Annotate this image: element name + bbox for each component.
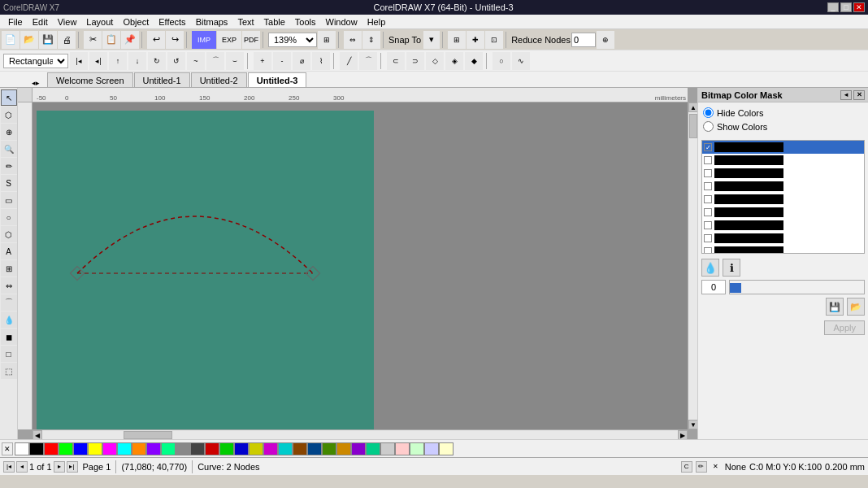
color-check-6[interactable]: [704, 208, 712, 216]
palette-navy[interactable]: [307, 442, 322, 455]
export-button[interactable]: EXP: [217, 31, 241, 49]
palette-blue[interactable]: [73, 442, 88, 455]
palette-indigo[interactable]: [351, 442, 366, 455]
next-page-button[interactable]: ▸: [54, 461, 65, 473]
color-check-7[interactable]: [704, 221, 712, 229]
mirror-h-button[interactable]: ⇔: [344, 31, 362, 49]
apply-button[interactable]: Apply: [824, 320, 865, 335]
select-tool[interactable]: ↖: [1, 89, 17, 106]
tab-untitled1[interactable]: Untitled-1: [134, 72, 190, 87]
palette-white[interactable]: [15, 442, 29, 455]
color-row-3[interactable]: [702, 167, 864, 180]
tb2-btn2[interactable]: ◂|: [89, 52, 107, 70]
color-check-8[interactable]: [704, 234, 712, 242]
maximize-button[interactable]: □: [840, 2, 852, 12]
ellipse-tool[interactable]: ○: [1, 209, 17, 225]
tolerance-slider-track[interactable]: [729, 280, 865, 294]
symm-btn[interactable]: ◆: [465, 52, 483, 70]
palette-cyan[interactable]: [117, 442, 132, 455]
redo-button[interactable]: ↪: [166, 31, 184, 49]
import-button[interactable]: IMP: [192, 31, 216, 49]
color-check-3[interactable]: [704, 169, 712, 177]
shape-type-dropdown[interactable]: Rectangular Rounded: [3, 54, 68, 68]
publish-button[interactable]: PDF: [242, 31, 260, 49]
color-check-9[interactable]: [704, 247, 712, 254]
mirror-v-button[interactable]: ⇕: [362, 31, 380, 49]
elastic-btn[interactable]: ∿: [512, 52, 530, 70]
text-tool[interactable]: A: [1, 243, 17, 259]
new-button[interactable]: 📄: [2, 31, 20, 49]
cusp-btn[interactable]: ◇: [426, 52, 444, 70]
grid-button[interactable]: ⊞: [448, 31, 466, 49]
save-button[interactable]: 💾: [39, 31, 57, 49]
palette-yellow[interactable]: [88, 442, 102, 455]
menu-bitmaps[interactable]: Bitmaps: [191, 16, 233, 28]
palette-magenta[interactable]: [102, 442, 117, 455]
canvas-area[interactable]: -50 0 50 100 150 200 250 300 millimeters…: [18, 88, 697, 439]
shape-tool[interactable]: ⬡: [1, 107, 17, 123]
to-curve-btn[interactable]: ⌒: [359, 52, 377, 70]
canvas-content[interactable]: [33, 102, 688, 429]
scroll-left-button[interactable]: ◀: [33, 430, 42, 439]
color-row-9[interactable]: [702, 245, 864, 254]
palette-lime[interactable]: [59, 442, 73, 455]
tab-untitled2[interactable]: Untitled-2: [191, 72, 247, 87]
palette-purple2[interactable]: [263, 442, 278, 455]
polygon-tool[interactable]: ⬡: [1, 226, 17, 242]
tolerance-input[interactable]: [701, 280, 726, 294]
color-row-7[interactable]: [702, 219, 864, 232]
palette-light-green[interactable]: [410, 442, 424, 455]
color-check-1[interactable]: ✓: [704, 143, 712, 151]
menu-tools[interactable]: Tools: [290, 16, 321, 28]
tb2-btn5[interactable]: ↻: [148, 52, 166, 70]
palette-gray[interactable]: [176, 442, 190, 455]
zoom-dropdown[interactable]: 139% 100% 50%: [268, 33, 317, 47]
cut-button[interactable]: ✂: [84, 31, 102, 49]
tb2-btn3[interactable]: ↑: [109, 52, 127, 70]
break-btn[interactable]: ⌇: [312, 52, 330, 70]
tb2-btn6[interactable]: ↺: [167, 52, 185, 70]
tab-untitled3[interactable]: Untitled-3: [248, 72, 307, 87]
scroll-up-button[interactable]: ▲: [688, 102, 697, 112]
color-check-4[interactable]: [704, 182, 712, 190]
nodes-input[interactable]: [571, 33, 596, 47]
tab-welcome[interactable]: Welcome Screen: [47, 72, 133, 87]
add-node-btn[interactable]: +: [254, 52, 271, 70]
apply-nodes-button[interactable]: ⊕: [597, 31, 614, 49]
join-btn[interactable]: ⌀: [293, 52, 310, 70]
show-colors-radio[interactable]: [703, 121, 714, 132]
connector-tool[interactable]: ⌒: [1, 294, 17, 311]
palette-red[interactable]: [44, 442, 59, 455]
palette-brown[interactable]: [293, 442, 307, 455]
color-check-5[interactable]: [704, 195, 712, 203]
table-tool[interactable]: ⊞: [1, 260, 17, 277]
guidelines-button[interactable]: ✚: [467, 31, 484, 49]
color-row-2[interactable]: [702, 154, 864, 167]
sym-btn2[interactable]: ⊃: [406, 52, 424, 70]
print-button[interactable]: 🖨: [58, 31, 76, 49]
smartdraw-tool[interactable]: S: [1, 175, 17, 191]
last-page-button[interactable]: ▸|: [67, 461, 78, 473]
rect-tool[interactable]: ▭: [1, 192, 17, 208]
horizontal-scrollbar[interactable]: ◀ ▶: [33, 429, 688, 439]
palette-forest[interactable]: [322, 442, 336, 455]
sym-btn1[interactable]: ⊂: [387, 52, 405, 70]
palette-orange[interactable]: [132, 442, 146, 455]
copy-button[interactable]: 📋: [102, 31, 120, 49]
panel-controls[interactable]: ◂ ✕: [840, 90, 865, 100]
snap-grid-button[interactable]: ⊡: [485, 31, 503, 49]
palette-dark-blue[interactable]: [234, 442, 249, 455]
palette-teal[interactable]: [278, 442, 293, 455]
zoom-to-fit[interactable]: ⊞: [318, 31, 336, 49]
palette-pink[interactable]: [395, 442, 410, 455]
close-curve-btn[interactable]: ○: [493, 52, 510, 70]
arc-path[interactable]: [61, 151, 329, 314]
outline-tool[interactable]: □: [1, 346, 17, 362]
palette-gold[interactable]: [336, 442, 351, 455]
menu-effects[interactable]: Effects: [154, 16, 190, 28]
interactive-fill-tool[interactable]: ⬚: [1, 363, 17, 379]
fill-tool[interactable]: ◼: [1, 329, 17, 345]
to-line-btn[interactable]: ╱: [340, 52, 358, 70]
palette-silver[interactable]: [380, 442, 395, 455]
first-page-button[interactable]: |◂: [3, 461, 15, 473]
